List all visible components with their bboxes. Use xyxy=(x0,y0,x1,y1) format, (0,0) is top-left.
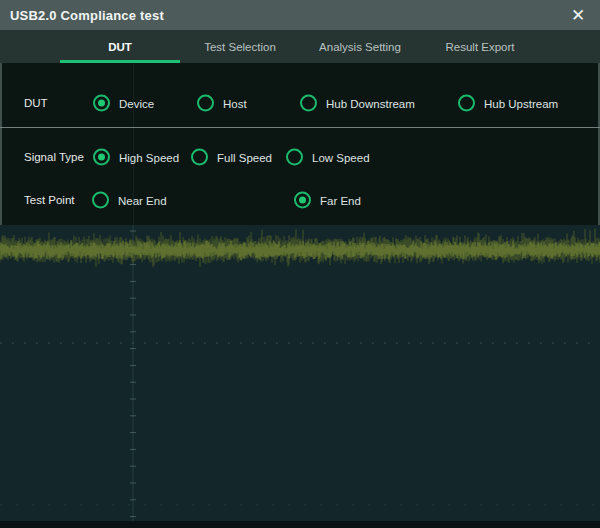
radio-icon xyxy=(458,95,475,112)
radio-hub-downstream[interactable]: Hub Downstream xyxy=(300,95,415,112)
waveform-plot xyxy=(0,225,600,528)
close-icon[interactable]: ✕ xyxy=(564,0,592,30)
radio-near-end[interactable]: Near End xyxy=(92,192,167,209)
tab-result-export[interactable]: Result Export xyxy=(420,30,540,63)
radio-icon xyxy=(197,95,214,112)
radio-hub-downstream-label: Hub Downstream xyxy=(326,97,415,109)
radio-high-speed[interactable]: High Speed xyxy=(93,149,179,166)
radio-group-signal-type: Signal Type High Speed Full Speed Low Sp… xyxy=(2,140,598,174)
radio-icon xyxy=(294,192,311,209)
tab-analysis-setting[interactable]: Analysis Setting xyxy=(300,30,420,63)
active-tab-underline xyxy=(60,60,180,63)
radio-host-label: Host xyxy=(223,97,247,109)
radio-high-speed-label: High Speed xyxy=(119,151,179,163)
scope-display xyxy=(0,225,600,528)
tab-dut[interactable]: DUT xyxy=(60,30,180,63)
test-point-row-label: Test Point xyxy=(24,194,75,206)
radio-icon xyxy=(92,192,109,209)
radio-icon xyxy=(286,149,303,166)
radio-group-test-point: Test Point Near End Far End xyxy=(2,183,598,217)
radio-full-speed[interactable]: Full Speed xyxy=(191,149,272,166)
section-divider xyxy=(0,127,600,128)
radio-full-speed-label: Full Speed xyxy=(217,151,272,163)
radio-far-end[interactable]: Far End xyxy=(294,192,361,209)
dialog-title: USB2.0 Compliance test xyxy=(0,8,164,23)
tab-result-export-label: Result Export xyxy=(445,41,514,53)
tab-test-selection[interactable]: Test Selection xyxy=(180,30,300,63)
usb-compliance-dialog: USB2.0 Compliance test ✕ DUT Test Select… xyxy=(0,0,600,528)
radio-host[interactable]: Host xyxy=(197,95,247,112)
radio-icon xyxy=(300,95,317,112)
radio-hub-upstream-label: Hub Upstream xyxy=(484,97,558,109)
radio-low-speed[interactable]: Low Speed xyxy=(286,149,370,166)
radio-low-speed-label: Low Speed xyxy=(312,151,370,163)
tab-test-selection-label: Test Selection xyxy=(204,41,276,53)
radio-far-end-label: Far End xyxy=(320,194,361,206)
radio-device-label: Device xyxy=(119,97,154,109)
title-bar: USB2.0 Compliance test ✕ xyxy=(0,0,600,30)
dut-row-label: DUT xyxy=(24,97,48,109)
tab-dut-label: DUT xyxy=(108,41,132,53)
radio-group-dut: DUT Device Host Hub Downstream Hub Upstr… xyxy=(2,86,598,120)
radio-icon xyxy=(93,149,110,166)
radio-near-end-label: Near End xyxy=(118,194,167,206)
radio-icon xyxy=(191,149,208,166)
scope-bottom-edge xyxy=(0,521,600,528)
radio-icon xyxy=(93,95,110,112)
tab-bar: DUT Test Selection Analysis Setting Resu… xyxy=(0,30,600,63)
signal-type-row-label: Signal Type xyxy=(24,151,84,163)
tab-analysis-setting-label: Analysis Setting xyxy=(319,41,401,53)
radio-hub-upstream[interactable]: Hub Upstream xyxy=(458,95,558,112)
radio-device[interactable]: Device xyxy=(93,95,154,112)
